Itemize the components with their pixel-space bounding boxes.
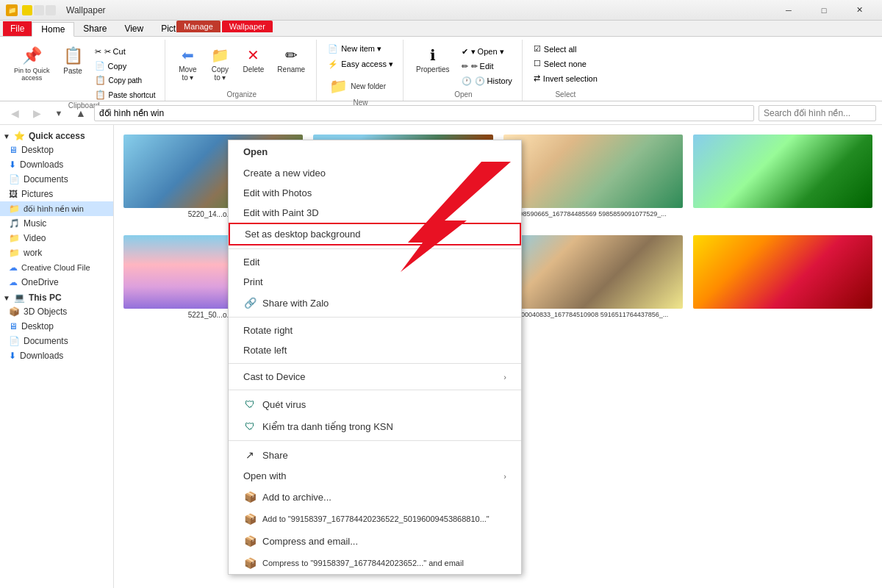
delete-icon: ✕ <box>247 46 259 64</box>
sidebar-item-desktop-2[interactable]: 🖥 Desktop <box>0 319 113 334</box>
new-folder-button[interactable]: 📁 New folder <box>324 74 391 98</box>
ctx-share[interactable]: ↗ Share <box>229 444 521 466</box>
ctx-add-to-named-archive[interactable]: 📦 Add to "99158397_167784420236522_50196… <box>229 508 521 530</box>
sidebar-item-work[interactable]: 📁 work <box>0 245 113 260</box>
ctx-set-desktop-bg[interactable]: Set as desktop background <box>229 223 521 245</box>
sidebar-quick-access[interactable]: ▼ ⭐ Quick access <box>0 128 113 143</box>
sidebar-item-documents-1[interactable]: 📄 Documents <box>0 172 113 187</box>
sidebar-item-desktop-1[interactable]: 🖥 Desktop <box>0 143 113 157</box>
invert-selection-button[interactable]: ⇄ Invert selection <box>530 72 601 85</box>
creative-cloud-icon: ☁ <box>9 262 18 273</box>
tab-manage[interactable]: Manage <box>176 21 220 32</box>
sidebar-this-pc[interactable]: ▼ 💻 This PC <box>0 290 113 304</box>
recent-button[interactable]: ▼ <box>50 104 68 122</box>
redo-btn[interactable] <box>46 5 56 15</box>
ctx-share-zalo[interactable]: 🔗 Share with Zalo <box>229 292 521 314</box>
thumbnail-8[interactable] <box>689 232 876 329</box>
close-button[interactable]: ✕ <box>842 3 876 18</box>
rename-icon: ✏ <box>285 46 298 64</box>
documents-icon-2: 📄 <box>9 336 20 346</box>
history-button[interactable]: 🕐 🕐 History <box>458 75 516 87</box>
ctx-open[interactable]: Open <box>229 140 521 163</box>
ctx-compress-email[interactable]: 📦 Compress and email... <box>229 530 521 552</box>
sidebar-item-music[interactable]: 🎵 Music <box>0 216 113 231</box>
cut-button[interactable]: ✂ ✂ Cut <box>91 46 159 58</box>
tab-view[interactable]: View <box>115 21 152 36</box>
rename-button[interactable]: ✏ Rename <box>272 43 310 77</box>
sidebar-item-3d-objects[interactable]: 📦 3D Objects <box>0 304 113 319</box>
sidebar-item-video[interactable]: 📁 Video <box>0 231 113 245</box>
ctx-cast-device[interactable]: Cast to Device › <box>229 367 521 387</box>
cut-icon: ✂ <box>95 47 101 57</box>
sidebar-item-downloads-2[interactable]: ⬇ Downloads <box>0 348 113 363</box>
work-icon: 📁 <box>9 248 20 258</box>
ctx-edit-photos[interactable]: Edit with Photos <box>229 183 521 203</box>
up-button[interactable]: ▲ <box>72 104 90 122</box>
thumbnail-7[interactable]: 100040833_167784510908 5916511764437856_… <box>500 232 686 329</box>
open-icon: ✔ <box>462 47 468 57</box>
move-to-button[interactable]: ⬅ Moveto ▾ <box>173 43 202 85</box>
ctx-rotate-left[interactable]: Rotate left <box>229 340 521 360</box>
paste-button[interactable]: 📋 Paste <box>58 43 88 79</box>
thumbnail-image-3 <box>503 135 683 208</box>
thumbnail-3[interactable]: 98590665_167784485569 5985859091077529_.… <box>500 131 686 229</box>
delete-button[interactable]: ✕ Delete <box>237 43 269 77</box>
paste-shortcut-button[interactable]: 📋 Paste shortcut <box>91 88 159 101</box>
select-buttons: ☑ Select all ☐ Select none ⇄ Invert sele… <box>530 40 601 90</box>
content-area: 5220_14...o.jpg 98551341_167784427236521… <box>114 125 882 588</box>
thumbnail-image-8 <box>693 235 872 309</box>
copy-to-button[interactable]: 📁 Copyto ▾ <box>205 43 234 85</box>
search-input[interactable] <box>759 105 876 121</box>
ctx-edit[interactable]: Edit <box>229 252 521 272</box>
select-all-icon: ☑ <box>534 44 541 54</box>
edit-button[interactable]: ✏ ✏ Edit <box>458 60 516 73</box>
easy-access-button[interactable]: ⚡ Easy access ▾ <box>324 58 397 71</box>
sidebar-item-pictures[interactable]: 🖼 Pictures <box>0 187 113 201</box>
select-all-button[interactable]: ☑ Select all <box>530 43 581 55</box>
clipboard-group: 📌 Pin to Quickaccess 📋 Paste ✂ ✂ Cut 📄 C… <box>3 40 165 101</box>
new-buttons: 📄 New item ▾ ⚡ Easy access ▾ 📁 New folde… <box>324 40 397 98</box>
quick-access-pin[interactable] <box>22 5 32 15</box>
ribbon-tab-bar: Manage Wallpaper File Home Share View Pi… <box>0 21 882 37</box>
sidebar-item-creative-cloud[interactable]: ☁ Creative Cloud File <box>0 260 113 275</box>
copy-icon: 📄 <box>95 61 105 71</box>
address-input[interactable] <box>94 105 754 121</box>
sidebar-item-downloads-1[interactable]: ⬇ Downloads <box>0 157 113 172</box>
this-pc-icon: 💻 <box>14 293 25 303</box>
pin-to-quick-access-button[interactable]: 📌 Pin to Quickaccess <box>9 43 55 85</box>
sidebar-item-documents-2[interactable]: 📄 Documents <box>0 334 113 348</box>
ctx-check-ksn[interactable]: 🛡 Kiểm tra danh tiếng trong KSN <box>229 415 521 437</box>
undo-btn[interactable] <box>34 5 44 15</box>
copy-path-button[interactable]: 📋 Copy path <box>91 74 159 87</box>
tab-home[interactable]: Home <box>32 22 74 37</box>
select-none-button[interactable]: ☐ Select none <box>530 57 590 70</box>
pin-icon: 📌 <box>22 46 42 65</box>
sidebar-item-wallpaper-folder[interactable]: 📁 đối hình nền win <box>0 201 113 216</box>
new-item-button[interactable]: 📄 New item ▾ <box>324 43 385 55</box>
open-button[interactable]: ✔ ▾ Open ▾ <box>458 46 516 58</box>
open-buttons: ℹ Properties ✔ ▾ Open ▾ ✏ ✏ Edit 🕐 🕐 His… <box>411 40 516 90</box>
ctx-edit-paint3d[interactable]: Edit with Paint 3D <box>229 203 521 223</box>
forward-button[interactable]: ▶ <box>28 104 46 122</box>
thumbnail-4[interactable] <box>689 131 876 229</box>
wallpaper-folder-icon: 📁 <box>9 204 20 214</box>
ctx-compress-to-email[interactable]: 📦 Compress to "99158397_16778442023652..… <box>229 552 521 574</box>
ctx-rotate-right[interactable]: Rotate right <box>229 320 521 340</box>
minimize-button[interactable]: ─ <box>772 3 806 18</box>
ctx-create-video[interactable]: Create a new video <box>229 163 521 183</box>
ctx-print[interactable]: Print <box>229 272 521 292</box>
title-bar: 📁 Wallpaper ─ □ ✕ <box>0 0 882 21</box>
sidebar-item-onedrive[interactable]: ☁ OneDrive <box>0 275 113 290</box>
ctx-scan-virus[interactable]: 🛡 Quét virus <box>229 393 521 415</box>
easy-access-icon: ⚡ <box>328 60 338 69</box>
tab-share[interactable]: Share <box>74 21 115 36</box>
ctx-open-with[interactable]: Open with › <box>229 466 521 486</box>
invert-icon: ⇄ <box>534 74 540 83</box>
maximize-button[interactable]: □ <box>807 3 841 18</box>
back-button[interactable]: ◀ <box>6 104 24 122</box>
ctx-add-archive[interactable]: 📦 Add to archive... <box>229 486 521 508</box>
copy-button[interactable]: 📄 Copy <box>91 60 159 72</box>
tab-file[interactable]: File <box>3 21 32 36</box>
tab-wallpaper[interactable]: Wallpaper <box>222 21 273 32</box>
properties-button[interactable]: ℹ Properties <box>411 43 455 77</box>
